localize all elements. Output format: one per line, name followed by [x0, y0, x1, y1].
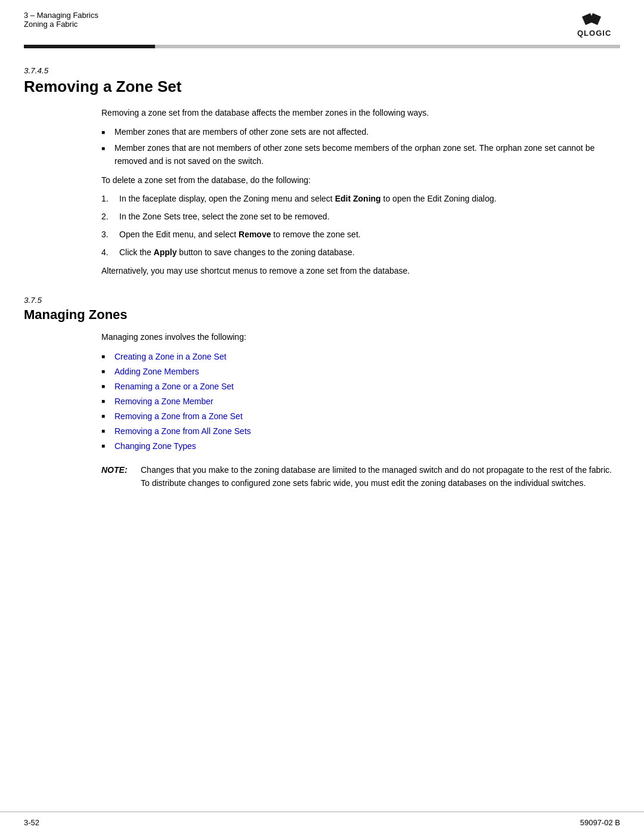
note-label: NOTE: — [101, 464, 131, 490]
link-removing-all-sets[interactable]: Removing a Zone from All Zone Sets — [114, 426, 251, 436]
header-chapter: 3 – Managing Fabrics — [24, 11, 98, 20]
header-sub: Zoning a Fabric — [24, 20, 98, 29]
svg-text:QLOGIC: QLOGIC — [577, 29, 611, 38]
link-removing-from-set[interactable]: Removing a Zone from a Zone Set — [114, 411, 243, 421]
step-3: Open the Edit menu, and select Remove to… — [101, 228, 620, 241]
section-number-345: 3.7.4.5 — [24, 66, 620, 75]
section-title-375: Managing Zones — [24, 307, 620, 323]
link-item-2[interactable]: Adding Zone Members — [101, 365, 620, 379]
section-outro-345: Alternatively, you may use shortcut menu… — [101, 265, 620, 278]
footer-page-number: 3-52 — [24, 818, 39, 827]
note-block: NOTE: Changes that you make to the zonin… — [101, 464, 620, 490]
header-text: 3 – Managing Fabrics Zoning a Fabric — [24, 11, 98, 29]
link-item-6[interactable]: Removing a Zone from All Zone Sets — [101, 425, 620, 438]
qlogic-logo: QLOGIC — [577, 11, 620, 41]
section-title-345: Removing a Zone Set — [24, 78, 620, 96]
section-intro-375: Managing zones involves the following: — [101, 331, 620, 344]
step-1: In the faceplate display, open the Zonin… — [101, 193, 620, 206]
link-list-375: Creating a Zone in a Zone Set Adding Zon… — [101, 350, 620, 454]
link-item-7[interactable]: Changing Zone Types — [101, 439, 620, 453]
footer-doc-number: 59097-02 B — [580, 818, 620, 827]
link-item-3[interactable]: Renaming a Zone or a Zone Set — [101, 380, 620, 394]
note-text: Changes that you make to the zoning data… — [141, 464, 620, 490]
link-item-5[interactable]: Removing a Zone from a Zone Set — [101, 410, 620, 423]
logo-svg: QLOGIC — [577, 11, 620, 39]
link-renaming-zone[interactable]: Renaming a Zone or a Zone Set — [114, 382, 234, 391]
link-adding-members[interactable]: Adding Zone Members — [114, 367, 199, 376]
step-2: In the Zone Sets tree, select the zone s… — [101, 210, 620, 224]
link-removing-member[interactable]: Removing a Zone Member — [114, 397, 213, 406]
procedure-intro: To delete a zone set from the database, … — [101, 174, 620, 187]
step-4: Click the Apply button to save changes t… — [101, 246, 620, 259]
link-item-1[interactable]: Creating a Zone in a Zone Set — [101, 350, 620, 364]
link-changing-types[interactable]: Changing Zone Types — [114, 441, 196, 451]
bullet-item-2: Member zones that are not members of oth… — [101, 142, 620, 168]
link-item-4[interactable]: Removing a Zone Member — [101, 395, 620, 408]
section-intro-345: Removing a zone set from the database af… — [101, 107, 620, 120]
link-creating-zone[interactable]: Creating a Zone in a Zone Set — [114, 352, 227, 361]
bullet-item-1: Member zones that are members of other z… — [101, 126, 620, 139]
section-number-375: 3.7.5 — [24, 296, 620, 305]
page: 3 – Managing Fabrics Zoning a Fabric QLO… — [0, 0, 644, 833]
bullet-list-345: Member zones that are members of other z… — [101, 126, 620, 168]
numbered-list-345: In the faceplate display, open the Zonin… — [101, 193, 620, 259]
section-375: 3.7.5 Managing Zones Managing zones invo… — [24, 296, 620, 490]
page-header: 3 – Managing Fabrics Zoning a Fabric QLO… — [0, 0, 644, 41]
main-content: 3.7.4.5 Removing a Zone Set Removing a z… — [0, 48, 644, 812]
page-footer: 3-52 59097-02 B — [0, 812, 644, 833]
section-345: 3.7.4.5 Removing a Zone Set Removing a z… — [24, 66, 620, 278]
